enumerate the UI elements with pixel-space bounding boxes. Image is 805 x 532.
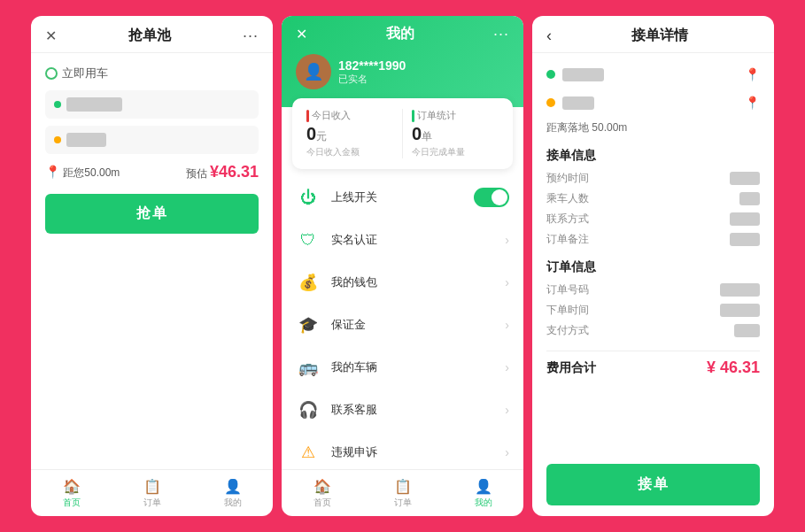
s2-footer-order[interactable]: 📋 订单 [362,477,443,509]
menu-item-online-toggle[interactable]: ⏻ 上线开关 [282,176,523,219]
more-icon[interactable]: ··· [243,27,259,45]
order-icon: 📋 [394,477,412,495]
appt-time-value [730,172,760,185]
footer-mine[interactable]: 👤 我的 [192,477,273,509]
destination-pin-icon: 📍 [745,96,760,110]
menu-item-customer-service[interactable]: 🎧 联系客服 › [282,389,523,431]
clock-icon [45,67,58,80]
appt-time-row: 预约时间 [546,171,760,186]
s3-distance: 距离落地 50.00m [546,120,760,135]
person-icon: 👤 [475,477,492,495]
order-no-label: 订单号码 [546,282,589,297]
s2-top-title: 我的 [386,25,414,43]
pickup-text [66,97,122,112]
menu-item-deposit[interactable]: 🎓 保证金 › [282,304,523,346]
distance-text: 📍 距您50.00m [45,165,120,181]
appt-time-label: 预约时间 [546,171,589,186]
arrow-icon: › [505,445,509,459]
stats-card: 今日收入 0元 今日收入金额 订单统计 0单 今日完成单量 [292,98,513,169]
total-label: 费用合计 [546,360,596,376]
customer-service-label: 联系客服 [331,402,494,418]
s2-footer-mine[interactable]: 👤 我的 [443,477,523,509]
online-toggle[interactable] [474,188,509,207]
menu-item-real-name[interactable]: 🛡 实名认证 › [282,219,523,261]
s3-dropoff-dot [546,98,555,107]
s2-top-bar: ✕ 我的 ··· [296,25,509,43]
s2-footer-home[interactable]: 🏠 首页 [282,477,362,509]
today-income-stat: 今日收入 0元 今日收入金额 [306,109,393,158]
remark-value [730,233,760,246]
order-icon: 📋 [143,477,161,495]
home-icon: 🏠 [63,477,81,495]
location-pin-icon: 📍 [745,67,760,81]
back-icon[interactable]: ‹ [546,27,552,45]
deposit-icon: 🎓 [296,312,321,337]
s2-more-icon[interactable]: ··· [493,25,509,43]
order-time-value [720,304,760,317]
accept-order-button[interactable]: 接单 [546,464,760,505]
stat-divider [402,109,403,158]
order-stats-label: 订单统计 [412,109,499,122]
vehicle-label: 我的车辆 [331,359,494,375]
arrow-icon: › [505,233,509,247]
s3-header: ‹ 接单详情 [532,16,774,53]
s3-dropoff: 📍 [546,92,760,113]
s1-body: 立即用车 📍 距您50.00m 预估 ¥46.31 抢单 [31,53,273,469]
pickup-dot [54,101,61,108]
pickup-location [45,90,259,119]
passenger-row: 乘车人数 [546,191,760,206]
menu-item-violation[interactable]: ⚠ 违规申诉 › [282,431,523,469]
grab-order-button[interactable]: 抢单 [45,194,259,234]
s3-order-section: 订单信息 订单号码 下单时间 支付方式 [546,259,760,338]
s2-header-bg: ✕ 我的 ··· 👤 182****1990 已实名 [282,16,523,107]
menu-item-vehicle[interactable]: 🚌 我的车辆 › [282,346,523,389]
real-name-label: 实名认证 [331,232,494,248]
s2-footer: 🏠 首页 📋 订单 👤 我的 [282,469,523,516]
remark-label: 订单备注 [546,232,589,247]
shield-icon: 🛡 [296,227,321,252]
home-icon: 🏠 [313,477,331,495]
contact-label: 联系方式 [546,212,589,227]
arrow-icon: › [505,318,509,332]
total-row: 费用合计 ¥ 46.31 [546,351,760,384]
violation-label: 违规申诉 [331,444,494,460]
payment-label: 支付方式 [546,323,589,338]
menu-item-wallet[interactable]: 💰 我的钱包 › [282,261,523,304]
s1-header: ✕ 抢单池 ··· [31,16,273,53]
payment-row: 支付方式 [546,323,760,338]
s3-dropoff-text [562,96,738,110]
footer-order[interactable]: 📋 订单 [112,477,192,509]
total-value: ¥ 46.31 [707,359,760,377]
order-stats-stat: 订单统计 0单 今日完成单量 [412,109,499,158]
contact-value [730,212,760,226]
passenger-value [739,192,760,205]
s1-section-title: 立即用车 [45,66,259,81]
s3-booking-section: 接单信息 预约时间 乘车人数 联系方式 订单备注 [546,148,760,247]
s2-close-icon[interactable]: ✕ [296,26,307,42]
dropoff-dot [54,136,61,143]
dropoff-location [45,126,259,154]
screen-1-qiangjdan: ✕ 抢单池 ··· 立即用车 📍 距您50.00m 预估 [31,16,273,516]
order-stats-value: 0单 [412,124,499,144]
income-label: 今日收入 [306,109,393,122]
headset-icon: 🎧 [296,397,321,422]
s1-title: 抢单池 [128,27,171,45]
order-no-row: 订单号码 [546,282,760,297]
arrow-icon: › [505,275,509,289]
order-stats-sub: 今日完成单量 [412,146,499,158]
distance-row: 📍 距您50.00m 预估 ¥46.31 [45,163,259,181]
footer-home[interactable]: 🏠 首页 [31,477,112,509]
screen-2-profile: ✕ 我的 ··· 👤 182****1990 已实名 今日收入 0元 今日收入金… [282,16,523,516]
person-icon: 👤 [224,477,242,495]
s3-pickup: 📍 [546,64,760,85]
online-icon: ⏻ [296,185,321,210]
arrow-icon: › [505,360,509,374]
dropoff-text [66,133,106,147]
close-icon[interactable]: ✕ [45,27,57,44]
screen-3-detail: ‹ 接单详情 📍 📍 距离落地 50.00m 接单信息 预约时间 [532,16,774,516]
wallet-label: 我的钱包 [331,274,494,290]
order-no-value [720,283,760,297]
s3-pickup-text [562,68,738,81]
remark-row: 订单备注 [546,232,760,247]
online-label: 上线开关 [331,189,463,205]
